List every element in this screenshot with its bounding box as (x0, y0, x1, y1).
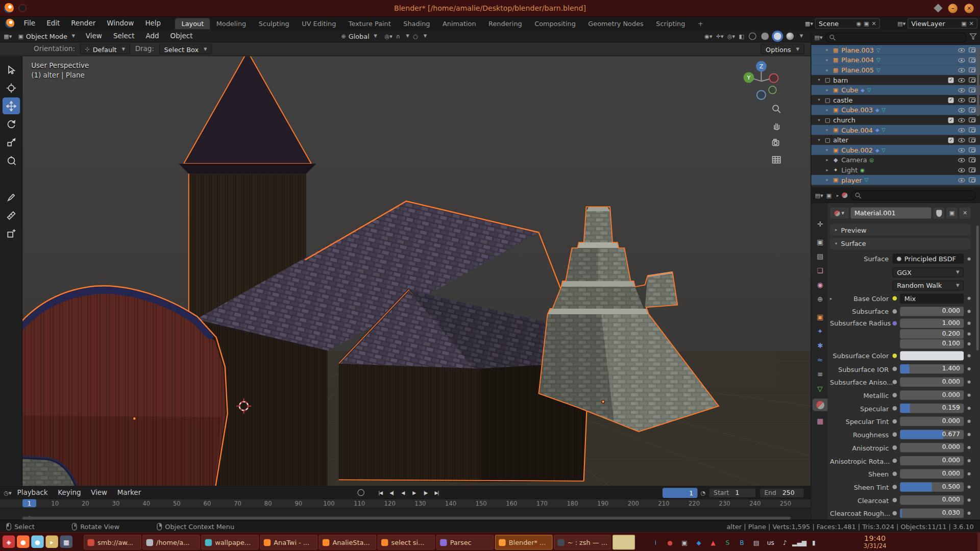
decorator-dot[interactable] (968, 485, 971, 488)
outliner-row[interactable]: ▸ ▦ Plane.003 ▽ (811, 45, 980, 55)
tray-screenshot-icon[interactable]: ▣ (679, 537, 690, 548)
expand-arrow-icon[interactable]: ▾ (815, 97, 823, 103)
orientation-dropdown[interactable]: ⊹ Default ▼ (80, 44, 130, 55)
menubar-menu[interactable]: File (18, 17, 41, 29)
expand-arrow-icon[interactable]: ▸ (823, 178, 831, 183)
workspace-tab[interactable]: Sculpting (252, 18, 296, 29)
workspace-tab[interactable]: Compositing (528, 18, 582, 29)
property-row[interactable]: 0.100 (830, 339, 971, 349)
new-viewlayer-icon[interactable]: ▣ (961, 20, 966, 27)
input-socket[interactable] (893, 471, 897, 476)
cursor-tool[interactable] (2, 80, 19, 96)
decorator-dot[interactable] (968, 407, 971, 410)
scale-tool[interactable] (2, 134, 19, 151)
hide-eye-icon[interactable] (958, 58, 965, 62)
timeline-menu[interactable]: Playback (13, 487, 52, 498)
input-socket[interactable] (893, 459, 897, 463)
render-visibility-icon[interactable] (969, 58, 975, 63)
tray-media-icon[interactable]: ● (665, 537, 676, 548)
browse-viewlayer-icon[interactable]: ▤▾ (897, 20, 905, 27)
input-socket[interactable] (893, 367, 897, 371)
workspace-tab[interactable]: Geometry Nodes (582, 18, 650, 29)
falloff-dropdown-icon[interactable]: ▼ (424, 34, 427, 39)
new-material-icon[interactable]: ▣ (946, 208, 958, 219)
frame-end-field[interactable]: End250 (760, 488, 804, 498)
property-row[interactable]: Anisotropic 0.000 (830, 441, 971, 454)
shading-dropdown-icon[interactable]: ▼ (800, 34, 803, 39)
navigation-gizmo[interactable]: Z Y (741, 59, 783, 103)
base-color-mix-dropdown[interactable]: Mix (900, 293, 964, 304)
property-row[interactable]: Specular 0.159 (830, 402, 971, 415)
distribution-dropdown[interactable]: GGX▼ (893, 267, 964, 277)
outliner-scrollbar[interactable] (977, 47, 979, 116)
workspace-tab[interactable]: UV Editing (296, 18, 342, 29)
collection-checkbox[interactable] (948, 117, 954, 123)
decorator-dot[interactable] (968, 472, 971, 475)
property-row[interactable]: 0.200 (830, 329, 971, 339)
expand-arrow-icon[interactable]: ▾ (815, 78, 823, 83)
value-slider[interactable]: 1.400 (900, 364, 964, 373)
outliner-display-mode-icon[interactable]: ▤▾ (815, 34, 823, 40)
decorator-dot[interactable] (968, 381, 971, 384)
outliner-row[interactable]: ▾ ▢ barn (811, 75, 980, 85)
outliner-row[interactable]: ▸ ▣ player ▽ (811, 175, 980, 185)
input-socket[interactable] (893, 406, 897, 411)
value-slider[interactable]: 0.500 (900, 482, 964, 491)
input-socket[interactable] (893, 309, 897, 314)
tray-info-icon[interactable]: i (650, 537, 661, 548)
taskbar-window-button[interactable]: ~ : zsh — ... (554, 535, 611, 549)
property-row[interactable]: Clearcoat 0.000 (830, 493, 971, 507)
shading-rendered-icon[interactable] (786, 32, 794, 40)
prev-keyframe-button[interactable]: ◀| (386, 488, 397, 497)
hide-eye-icon[interactable] (958, 88, 965, 92)
render-visibility-icon[interactable] (969, 87, 975, 92)
editor-type-icon[interactable]: ▦▾ (4, 33, 12, 39)
shading-material-icon[interactable] (773, 32, 781, 40)
outliner-row[interactable]: ▸ ✦ Light ◉ (811, 165, 980, 175)
playhead-marker[interactable]: 1 (22, 499, 36, 507)
taskbar-window-button[interactable]: smb://aw... (84, 535, 141, 549)
expand-arrow-icon[interactable]: ▸ (823, 67, 831, 72)
taskbar-window-button[interactable]: /home/a... (142, 535, 200, 549)
value-slider[interactable]: 0.000 (900, 456, 964, 465)
properties-tab-scene[interactable]: ◉ (813, 279, 827, 291)
hide-eye-icon[interactable] (958, 178, 965, 182)
decorator-dot[interactable] (968, 332, 971, 335)
titlebar[interactable]: Blender* [/home/amalie/Desktop/blender/b… (0, 0, 980, 17)
snap-magnet-icon[interactable]: ∩ (396, 33, 400, 39)
shading-solid-icon[interactable] (761, 32, 769, 40)
auto-key-record-icon[interactable] (357, 489, 364, 496)
annotate-tool[interactable] (2, 189, 19, 206)
render-visibility-icon[interactable] (969, 128, 975, 133)
viewport-menu[interactable]: View (81, 31, 106, 41)
launcher-display-settings[interactable]: ▦ (60, 535, 72, 547)
next-keyframe-button[interactable]: |▶ (420, 488, 431, 497)
transform-orientation-dropdown[interactable]: ⊕ Global ▼ (337, 31, 381, 41)
property-row[interactable]: Subsurface Color (830, 348, 971, 362)
hide-eye-icon[interactable] (958, 158, 965, 162)
decorator-dot[interactable] (968, 354, 971, 357)
camera-view-icon[interactable] (769, 135, 783, 149)
mode-dropdown[interactable]: ▣ Object Mode ▼ (14, 31, 79, 41)
input-socket[interactable] (893, 498, 897, 503)
tray-sync-icon[interactable]: S (722, 537, 733, 548)
expand-arrow-icon[interactable]: ▾ (815, 117, 823, 122)
pan-hand-icon[interactable] (769, 118, 783, 133)
tray-alert-icon[interactable]: ▲ (707, 537, 719, 548)
properties-tab-render[interactable]: ▣ (813, 236, 827, 248)
hide-eye-icon[interactable] (958, 78, 965, 82)
value-slider[interactable]: 0.000 (900, 417, 964, 426)
outliner-row[interactable]: ▸ ▣ Cube.004 ◆ ▽ (811, 125, 980, 135)
input-socket[interactable] (893, 353, 897, 358)
fake-user-shield-icon[interactable] (933, 208, 944, 219)
input-socket[interactable] (893, 321, 897, 325)
decorator-dot[interactable] (968, 446, 971, 449)
show-desktop-strip[interactable] (977, 533, 980, 551)
property-row[interactable]: Subsurface IOR 1.400 (830, 362, 971, 375)
outliner-row[interactable]: ▸ ▣ Cube.002 ◆ ▽ (811, 145, 980, 155)
expand-arrow-icon[interactable]: ▸ (823, 167, 831, 172)
input-socket[interactable] (893, 445, 897, 450)
value-slider[interactable]: 0.100 (900, 339, 964, 348)
xray-toggle-icon[interactable]: ◧ (739, 33, 744, 39)
render-visibility-icon[interactable] (969, 167, 975, 172)
